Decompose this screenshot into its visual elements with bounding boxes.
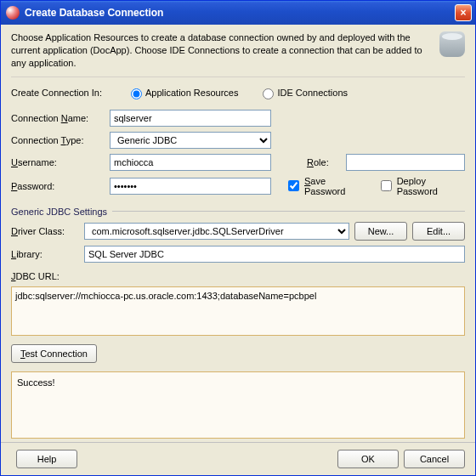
radio-ide-label: IDE Connections xyxy=(277,88,348,98)
connection-type-row: Connection Type: Generic JDBC xyxy=(11,132,465,149)
content-area: Choose Application Resources to create a… xyxy=(1,25,475,442)
dialog-window: Create Database Connection × Choose Appl… xyxy=(0,0,476,476)
deploy-password-checkbox[interactable]: Deploy Password xyxy=(377,176,465,196)
close-button[interactable]: × xyxy=(455,4,472,21)
library-label: Library: xyxy=(11,249,79,259)
footer: Help OK Cancel xyxy=(1,442,475,475)
save-password-label: Save Password xyxy=(304,176,366,196)
connection-name-row: Connection Name: xyxy=(11,110,465,127)
description-text: Choose Application Resources to create a… xyxy=(11,31,431,70)
radio-application-resources[interactable]: Application Resources xyxy=(127,86,238,99)
radio-app-res-label: Application Resources xyxy=(145,88,238,98)
test-result-area: Success! xyxy=(11,371,465,439)
library-field xyxy=(84,246,465,263)
password-row: Password: Save Password Deploy Password xyxy=(11,176,465,196)
edit-button[interactable]: Edit... xyxy=(412,222,465,241)
jdbc-url-field[interactable]: jdbc:sqlserver://mchiocca-pc.us.oracle.c… xyxy=(11,286,465,336)
save-password-checkbox[interactable]: Save Password xyxy=(285,176,366,196)
jdbc-group-title: Generic JDBC Settings xyxy=(11,207,465,217)
cancel-button[interactable]: Cancel xyxy=(404,450,465,468)
create-in-label: Create Connection In: xyxy=(11,88,122,98)
role-label: Role: xyxy=(307,157,341,167)
password-label: Password: xyxy=(11,181,105,191)
deploy-password-input[interactable] xyxy=(381,180,392,191)
test-connection-button[interactable]: Test Connection xyxy=(11,344,97,363)
create-in-row: Create Connection In: Application Resour… xyxy=(11,86,465,99)
username-label: Username: xyxy=(11,157,105,167)
description-row: Choose Application Resources to create a… xyxy=(11,31,465,77)
titlebar: Create Database Connection × xyxy=(1,1,475,25)
jdbc-url-label: JDBC URL: xyxy=(11,271,60,281)
radio-app-res-input[interactable] xyxy=(131,88,142,99)
new-button[interactable]: New... xyxy=(354,222,407,241)
role-field[interactable] xyxy=(346,154,465,171)
connection-name-field[interactable] xyxy=(110,110,271,127)
save-password-input[interactable] xyxy=(288,180,299,191)
ok-button[interactable]: OK xyxy=(337,450,399,468)
window-title: Create Database Connection xyxy=(25,7,455,19)
connection-type-label: Connection Type: xyxy=(11,135,105,145)
connection-name-label: Connection Name: xyxy=(11,113,105,123)
close-icon: × xyxy=(460,7,466,19)
driver-class-label: Driver Class: xyxy=(11,226,79,236)
help-button[interactable]: Help xyxy=(16,450,77,468)
radio-ide-connections[interactable]: IDE Connections xyxy=(258,86,348,99)
driver-class-row: Driver Class: com.microsoft.sqlserver.jd… xyxy=(11,222,465,241)
app-icon xyxy=(6,6,20,20)
connection-type-select[interactable]: Generic JDBC xyxy=(110,132,271,149)
driver-class-select[interactable]: com.microsoft.sqlserver.jdbc.SQLServerDr… xyxy=(84,223,349,240)
password-field[interactable] xyxy=(110,178,271,195)
jdbc-url-label-row: JDBC URL: xyxy=(11,271,465,281)
deploy-password-label: Deploy Password xyxy=(397,176,465,196)
radio-ide-input[interactable] xyxy=(263,88,274,99)
username-field[interactable] xyxy=(110,154,271,171)
database-icon xyxy=(439,31,465,57)
username-role-row: Username: Role: xyxy=(11,154,465,171)
library-row: Library: xyxy=(11,246,465,263)
test-connection-row: Test Connection xyxy=(11,344,465,363)
